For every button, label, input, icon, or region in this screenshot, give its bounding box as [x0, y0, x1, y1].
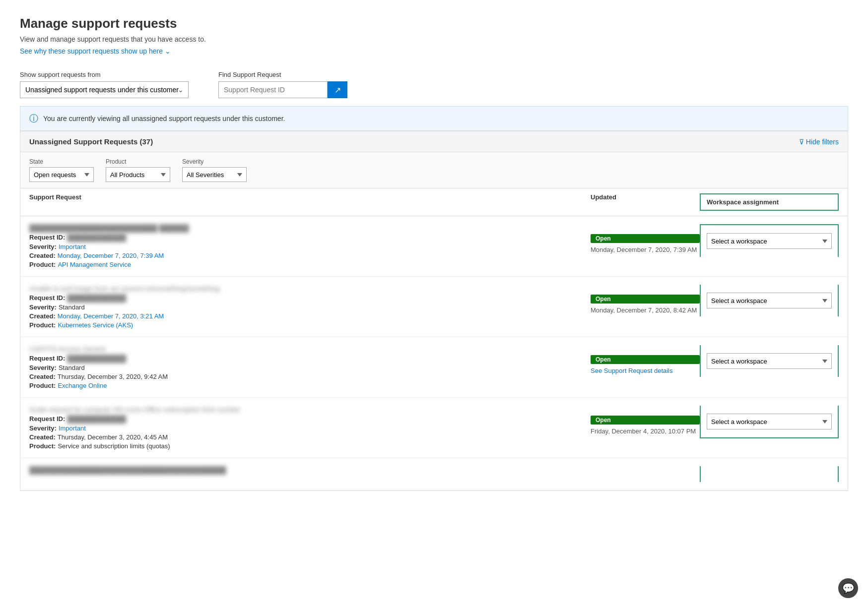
show-requests-filter-group: Show support requests from Unassigned su… [20, 71, 189, 98]
req-id-label-4: Request ID: [29, 415, 65, 423]
product-filter-label: Product [106, 158, 170, 165]
product-filter-select[interactable]: All Products [106, 167, 170, 182]
product-label-1: Product: [29, 261, 56, 268]
created-val-2[interactable]: Monday, December 7, 2020, 3:21 AM [58, 312, 164, 320]
updated-col-1: Open Monday, December 7, 2020, 7:39 AM [591, 224, 700, 253]
severity-label-3: Severity: [29, 364, 57, 371]
request-info-3: CAFPTO Access Denied Request ID: ███████… [29, 345, 591, 389]
request-title-partial: ████████████████████████████████████████ [29, 466, 591, 474]
status-badge-1: Open [591, 234, 700, 243]
workspace-select-1[interactable]: Select a workspace [707, 233, 832, 249]
workspace-col-1: Select a workspace [700, 224, 839, 257]
find-request-label: Find Support Request [218, 71, 347, 78]
created-label-1: Created: [29, 252, 56, 259]
req-id-label-2: Request ID: [29, 294, 65, 302]
created-val-4: Thursday, December 3, 2020, 4:45 AM [58, 433, 168, 441]
updated-col-2: Open Monday, December 7, 2020, 8:42 AM [591, 285, 700, 314]
request-info-1: ██████████████████████████ ██████ Reques… [29, 224, 591, 268]
req-id-val-3: ████████████ [67, 355, 126, 363]
workspace-select-3[interactable]: Select a workspace [707, 353, 832, 369]
product-label-4: Product: [29, 442, 56, 450]
updated-col-3: Open See Support Request details [591, 345, 700, 374]
show-requests-select-wrapper: Unassigned support requests under this c… [20, 81, 189, 98]
created-val-1[interactable]: Monday, December 7, 2020, 7:39 AM [58, 252, 164, 259]
created-val-3: Thursday, December 3, 2020, 9:42 AM [58, 373, 168, 380]
status-badge-4: Open [591, 416, 700, 425]
page-subtitle: View and manage support requests that yo… [20, 35, 848, 43]
severity-filter-group: Severity All Severities [182, 158, 247, 182]
table-row-partial: ████████████████████████████████████████ [20, 458, 848, 490]
status-badge-3: Open [591, 355, 700, 364]
req-id-label-3: Request ID: [29, 355, 65, 363]
created-label-4: Created: [29, 433, 56, 441]
table-row: Scale request for compute VM cores Offic… [20, 398, 848, 458]
request-info-4: Scale request for compute VM cores Offic… [29, 406, 591, 450]
severity-val-2: Standard [59, 304, 85, 311]
see-details-link-3[interactable]: See Support Request details [591, 367, 700, 374]
table-header-bar: Unassigned Support Requests (37) ⊽ Hide … [20, 131, 848, 152]
external-link-icon: ↗ [334, 85, 341, 95]
product-label-2: Product: [29, 321, 56, 329]
updated-time-2: Monday, December 7, 2020, 8:42 AM [591, 306, 700, 314]
state-filter-select[interactable]: Open requests [29, 167, 94, 182]
severity-val-1[interactable]: Important [59, 243, 86, 250]
workspace-col-4: Select a workspace [700, 406, 839, 438]
severity-val-4[interactable]: Important [59, 425, 86, 432]
status-badge-2: Open [591, 295, 700, 304]
workspace-col-3: Select a workspace [700, 345, 839, 377]
severity-label-2: Severity: [29, 304, 57, 311]
severity-val-3: Standard [59, 364, 85, 371]
info-icon: ⓘ [29, 113, 38, 124]
col-updated: Updated [591, 193, 700, 211]
page-container: Manage support requests View and manage … [0, 0, 868, 507]
table-row: ██████████████████████████ ██████ Reques… [20, 216, 848, 277]
req-id-val-1: ████████████ [67, 234, 126, 242]
severity-filter-select[interactable]: All Severities [182, 167, 247, 182]
workspace-select-4[interactable]: Select a workspace [707, 414, 832, 429]
updated-col-4: Open Friday, December 4, 2020, 10:07 PM [591, 406, 700, 435]
page-title: Manage support requests [20, 16, 848, 31]
show-reasons-link[interactable]: See why these support requests show up h… [20, 47, 171, 55]
filter-section: Show support requests from Unassigned su… [20, 71, 848, 98]
request-title-4: Scale request for compute VM cores Offic… [29, 406, 591, 414]
created-label-3: Created: [29, 373, 56, 380]
column-headers: Support Request Updated Workspace assign… [20, 188, 848, 216]
find-request-input-row: ↗ [218, 81, 347, 98]
product-val-1[interactable]: API Management Service [58, 261, 131, 268]
request-title-3: CAFPTO Access Denied [29, 345, 591, 353]
request-title-2: Unable to pull image from acr.azurecr.io… [29, 285, 534, 293]
table-row: CAFPTO Access Denied Request ID: ███████… [20, 337, 848, 398]
state-filter-group: State Open requests [29, 158, 94, 182]
req-id-val-4: ████████████ [67, 415, 126, 423]
filter-icon: ⊽ [799, 138, 804, 146]
severity-filter-label: Severity [182, 158, 247, 165]
workspace-col-2: Select a workspace [700, 285, 839, 316]
product-val-3[interactable]: Exchange Online [58, 382, 107, 389]
info-bar-message: You are currently viewing all unassigned… [43, 115, 285, 122]
show-requests-label: Show support requests from [20, 71, 189, 78]
updated-time-4: Friday, December 4, 2020, 10:07 PM [591, 427, 700, 435]
table-title: Unassigned Support Requests (37) [29, 137, 153, 146]
request-info-partial: ████████████████████████████████████████ [29, 466, 591, 474]
col-support-request: Support Request [29, 193, 591, 211]
col-workspace-assignment: Workspace assignment [700, 193, 839, 211]
table-section: Unassigned Support Requests (37) ⊽ Hide … [20, 131, 848, 491]
table-row: Unable to pull image from acr.azurecr.io… [20, 277, 848, 337]
product-val-4: Service and subscription limits (quotas) [58, 442, 170, 450]
updated-time-1: Monday, December 7, 2020, 7:39 AM [591, 246, 700, 253]
severity-label-1: Severity: [29, 243, 57, 250]
product-val-2[interactable]: Kubernetes Service (AKS) [58, 321, 133, 329]
product-filter-group: Product All Products [106, 158, 170, 182]
workspace-select-2[interactable]: Select a workspace [707, 293, 832, 308]
filter-bar: State Open requests Product All Products… [20, 152, 848, 188]
show-requests-select[interactable]: Unassigned support requests under this c… [20, 81, 189, 98]
request-title-1: ██████████████████████████ ██████ [29, 224, 591, 232]
find-request-input[interactable] [218, 81, 328, 98]
request-info-2: Unable to pull image from acr.azurecr.io… [29, 285, 591, 329]
find-request-button[interactable]: ↗ [328, 81, 347, 98]
req-id-val-2: ████████████ [67, 294, 126, 302]
info-bar: ⓘ You are currently viewing all unassign… [20, 106, 848, 131]
severity-label-4: Severity: [29, 425, 57, 432]
created-label-2: Created: [29, 312, 56, 320]
hide-filters-button[interactable]: ⊽ Hide filters [799, 138, 839, 146]
